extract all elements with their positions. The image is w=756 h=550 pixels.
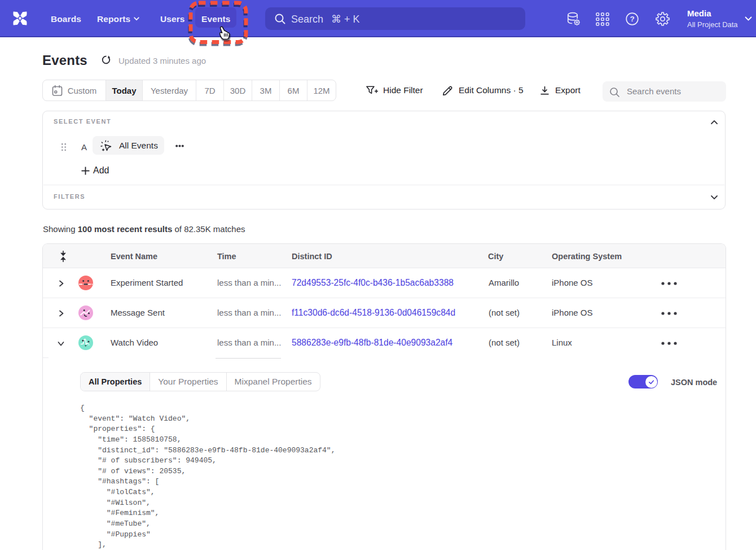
svg-text:?: ?	[630, 15, 634, 23]
